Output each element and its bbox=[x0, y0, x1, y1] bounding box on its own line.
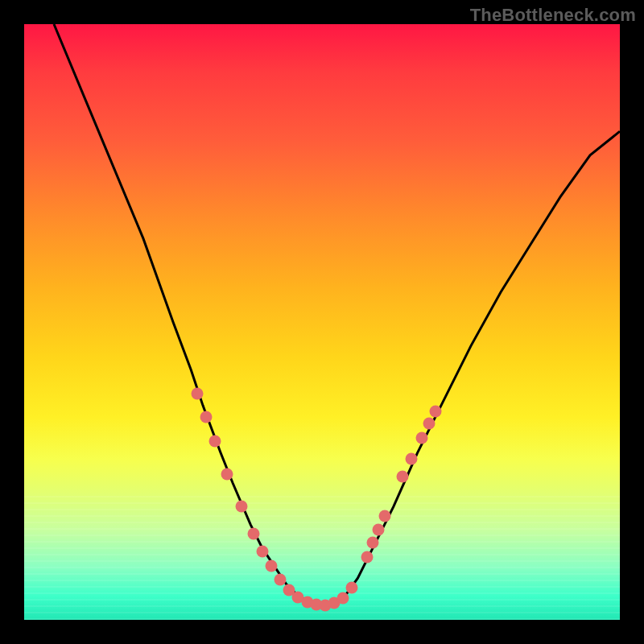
data-point bbox=[208, 436, 221, 448]
data-point bbox=[266, 560, 278, 572]
data-point bbox=[423, 417, 436, 429]
data-point bbox=[373, 523, 385, 535]
watermark-text: TheBottleneck.com bbox=[470, 5, 636, 26]
bottleneck-curve bbox=[54, 24, 620, 605]
data-point bbox=[191, 387, 203, 399]
data-point bbox=[366, 536, 378, 548]
data-point bbox=[221, 468, 233, 480]
data-point bbox=[336, 592, 349, 605]
data-point bbox=[247, 527, 259, 539]
data-point bbox=[275, 573, 287, 585]
data-point bbox=[406, 453, 418, 465]
data-point bbox=[257, 545, 269, 557]
data-point bbox=[378, 510, 390, 522]
data-point bbox=[236, 501, 248, 513]
curve-layer bbox=[24, 24, 620, 620]
data-point bbox=[416, 432, 428, 444]
data-point bbox=[200, 411, 212, 423]
data-point bbox=[361, 551, 373, 564]
data-point bbox=[346, 582, 358, 594]
data-point bbox=[429, 406, 441, 418]
data-point bbox=[396, 471, 408, 483]
chart-frame: TheBottleneck.com bbox=[0, 0, 644, 644]
plot-area bbox=[24, 24, 620, 620]
